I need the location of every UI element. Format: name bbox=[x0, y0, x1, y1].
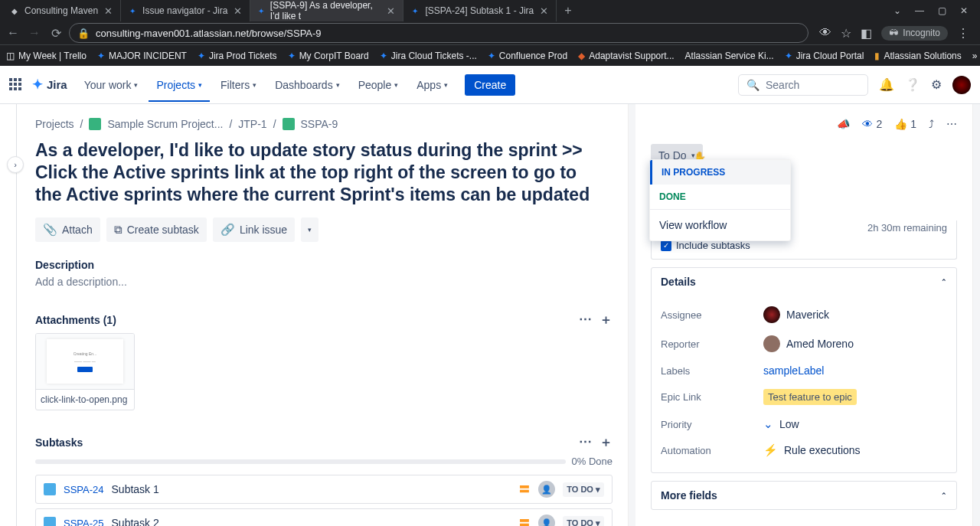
story-icon bbox=[283, 118, 295, 130]
watchers-button[interactable]: 👁 2 bbox=[862, 118, 882, 130]
bookmark[interactable]: ✦ MAJOR INCIDENT bbox=[97, 51, 187, 61]
reload-button[interactable]: ⟳ bbox=[47, 26, 64, 41]
avatar[interactable] bbox=[952, 76, 971, 94]
chevron-down-icon[interactable]: ⌄ bbox=[893, 5, 901, 16]
crumb-project[interactable]: Sample Scrum Project... bbox=[107, 118, 223, 130]
eye-off-icon[interactable]: 👁 bbox=[819, 26, 831, 41]
crumb-projects[interactable]: Projects bbox=[35, 118, 74, 130]
close-icon[interactable]: ✕ bbox=[232, 5, 243, 17]
gear-icon[interactable]: ⚙ bbox=[931, 77, 942, 92]
include-subtasks-checkbox[interactable]: ✓ bbox=[661, 240, 671, 251]
view-workflow-button[interactable]: View workflow bbox=[650, 210, 790, 240]
tab-consulting[interactable]: ◆Consulting Maven✕ bbox=[3, 0, 121, 21]
close-icon[interactable]: ✕ bbox=[538, 5, 550, 17]
new-tab-button[interactable]: + bbox=[557, 4, 579, 18]
project-icon bbox=[89, 118, 101, 130]
nav-your-work[interactable]: Your work▾ bbox=[77, 74, 146, 96]
help-icon[interactable]: ❔ bbox=[905, 77, 920, 92]
bookmark[interactable]: ✦ Jira Prod Tickets bbox=[198, 51, 277, 61]
details-panel: Details⌃ AssigneeMaverick ReporterAmed M… bbox=[651, 267, 957, 473]
share-icon[interactable]: ⤴ bbox=[929, 118, 934, 130]
back-button[interactable]: ← bbox=[5, 26, 21, 40]
link-icon: 🔗 bbox=[220, 223, 235, 237]
add-icon[interactable]: ＋ bbox=[599, 311, 612, 328]
bell-icon[interactable]: 🔔 bbox=[879, 77, 894, 92]
description-field[interactable]: Add a description... bbox=[35, 276, 612, 288]
create-button[interactable]: Create bbox=[465, 74, 515, 96]
more-icon[interactable]: ⋯ bbox=[579, 433, 592, 451]
subtask-icon bbox=[44, 483, 56, 495]
time-remaining: 2h 30m remaining bbox=[867, 222, 947, 234]
bookmark[interactable]: ✦ Jira Cloud Portal bbox=[785, 51, 864, 61]
crumb-key[interactable]: SSPA-9 bbox=[301, 118, 338, 130]
assignee-value[interactable]: Maverick bbox=[763, 306, 829, 323]
close-icon[interactable]: ✕ bbox=[385, 5, 397, 17]
jira-top-nav: ✦Jira Your work▾ Projects▾ Filters▾ Dash… bbox=[0, 66, 980, 104]
crumb-parent[interactable]: JTP-1 bbox=[238, 118, 266, 130]
scrollbar[interactable] bbox=[972, 104, 980, 526]
minimize-icon[interactable]: — bbox=[915, 5, 924, 16]
attach-button[interactable]: 📎Attach bbox=[35, 217, 100, 242]
subtask-status[interactable]: TO DO ▾ bbox=[563, 516, 604, 526]
tab-issue-nav[interactable]: ✦Issue navigator - Jira✕ bbox=[121, 0, 250, 21]
assignee-avatar[interactable]: 👤 bbox=[538, 481, 555, 498]
tab-sspa9[interactable]: ✦[SSPA-9] As a developer, I'd like t✕ bbox=[250, 0, 403, 21]
star-icon[interactable]: ☆ bbox=[841, 26, 851, 41]
subtasks-heading: Subtasks bbox=[35, 436, 83, 449]
like-button[interactable]: 👍 1 bbox=[894, 118, 916, 130]
nav-projects[interactable]: Projects▾ bbox=[149, 68, 210, 102]
bookmark[interactable]: ▮ Atlassian Solutions bbox=[874, 51, 961, 61]
issue-title[interactable]: As a developer, I'd like to update story… bbox=[35, 139, 602, 205]
scrollbar[interactable] bbox=[628, 104, 635, 526]
maximize-icon[interactable]: ▢ bbox=[938, 5, 946, 16]
extension-icon[interactable]: ◧ bbox=[861, 26, 872, 41]
nav-apps[interactable]: Apps▾ bbox=[409, 74, 456, 96]
description-heading: Description bbox=[35, 259, 612, 271]
add-icon[interactable]: ＋ bbox=[599, 433, 612, 451]
bookmark[interactable]: ◆ Adaptavist Support... bbox=[578, 51, 674, 61]
reporter-value[interactable]: Amed Moreno bbox=[763, 335, 854, 352]
search-input[interactable]: 🔍Search bbox=[738, 74, 868, 96]
nav-filters[interactable]: Filters▾ bbox=[213, 74, 264, 96]
subtask-key[interactable]: SSPA-25 bbox=[64, 518, 104, 526]
bookmark[interactable]: ✦ My CorpIT Board bbox=[288, 51, 369, 61]
bookmark[interactable]: ◫ My Week | Trello bbox=[6, 51, 87, 61]
status-option-in-progress[interactable]: IN PROGRESS bbox=[650, 160, 790, 185]
attachment-card[interactable]: Creating En...—— —— — click-link-to-open… bbox=[35, 333, 135, 410]
tab-sspa24[interactable]: ✦[SSPA-24] Subtask 1 - Jira✕ bbox=[403, 0, 557, 21]
address-bar[interactable]: 🔒 consulting-maven001.atlassian.net/brow… bbox=[69, 23, 808, 43]
jira-logo[interactable]: ✦Jira bbox=[32, 77, 67, 93]
more-icon[interactable]: ⋯ bbox=[579, 311, 592, 328]
bookmark[interactable]: ✦ Confluence Prod bbox=[488, 51, 567, 61]
forward-button[interactable]: → bbox=[26, 26, 43, 40]
breadcrumb: Projects / Sample Scrum Project... / JTP… bbox=[35, 118, 612, 130]
link-dropdown[interactable]: ▾ bbox=[301, 217, 318, 242]
assignee-avatar[interactable]: 👤 bbox=[538, 515, 555, 526]
nav-people[interactable]: People▾ bbox=[351, 74, 407, 96]
link-issue-button[interactable]: 🔗Link issue bbox=[213, 217, 295, 242]
expand-sidebar-button[interactable]: › bbox=[7, 156, 24, 173]
close-icon[interactable]: ✕ bbox=[103, 5, 114, 17]
create-subtask-button[interactable]: ⧉Create subtask bbox=[106, 217, 207, 242]
menu-icon[interactable]: ⋮ bbox=[957, 26, 969, 41]
bookmark[interactable]: ✦ Jira Cloud Tickets -... bbox=[380, 51, 477, 61]
epic-link-chip[interactable]: Test feature to epic bbox=[763, 389, 857, 405]
subtask-row[interactable]: SSPA-25 Subtask 2 〓 👤 TO DO ▾ bbox=[35, 508, 612, 526]
subtask-row[interactable]: SSPA-24 Subtask 1 〓 👤 TO DO ▾ bbox=[35, 475, 612, 504]
attachment-filename: click-link-to-open.png bbox=[36, 389, 134, 410]
automation-value[interactable]: ⚡Rule executions bbox=[763, 443, 861, 457]
priority-value[interactable]: ⌄Low bbox=[763, 417, 799, 431]
label-value[interactable]: sampleLabel bbox=[763, 364, 824, 377]
nav-dashboards[interactable]: Dashboards▾ bbox=[267, 74, 348, 96]
subtask-key[interactable]: SSPA-24 bbox=[64, 484, 104, 495]
status-option-done[interactable]: DONE bbox=[650, 185, 790, 209]
details-header[interactable]: Details⌃ bbox=[652, 268, 956, 296]
bookmark[interactable]: Atlassian Service Ki... bbox=[685, 51, 774, 61]
feedback-icon[interactable]: 📣 bbox=[837, 118, 850, 130]
more-icon[interactable]: ⋯ bbox=[946, 118, 957, 130]
more-fields-header[interactable]: More fields⌃ bbox=[652, 482, 956, 509]
subtask-status[interactable]: TO DO ▾ bbox=[563, 482, 604, 497]
close-window-icon[interactable]: ✕ bbox=[960, 5, 968, 16]
bookmarks-overflow[interactable]: » bbox=[972, 51, 978, 61]
app-switcher-icon[interactable] bbox=[9, 78, 23, 92]
